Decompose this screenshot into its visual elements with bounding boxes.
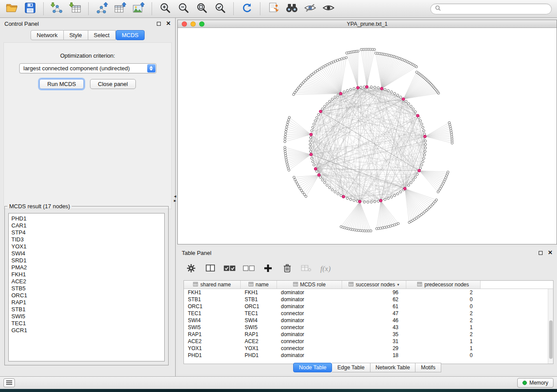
control-panel-header: Control Panel ✕ xyxy=(0,18,175,29)
folder-open-icon xyxy=(6,3,18,15)
tab-node-table[interactable]: Node Table xyxy=(293,363,332,372)
export-network-button[interactable] xyxy=(93,1,110,16)
save-session-button[interactable] xyxy=(22,1,38,16)
column-header-name[interactable]: name xyxy=(241,281,277,289)
table-row[interactable]: YOX1YOX1connector291 xyxy=(184,345,553,352)
table-scrollbar[interactable] xyxy=(548,289,553,364)
close-panel-icon[interactable]: ✕ xyxy=(548,251,553,255)
table-row[interactable]: TEC1TEC1connector472 xyxy=(184,310,553,317)
mcds-node-item[interactable]: TEC1 xyxy=(11,320,164,327)
mcds-node-item[interactable]: ACE2 xyxy=(11,278,164,285)
mcds-node-item[interactable]: YOX1 xyxy=(11,243,164,250)
zoom-out-button[interactable] xyxy=(175,1,192,16)
table-cell: 2 xyxy=(406,331,481,337)
table-cell: dominator xyxy=(277,352,342,358)
plus-icon xyxy=(264,264,272,274)
mcds-node-item[interactable]: PHD1 xyxy=(11,215,164,222)
table-cell: 2 xyxy=(406,317,481,323)
table-settings-button[interactable] xyxy=(183,261,198,276)
table-cell: 46 xyxy=(342,317,406,323)
window-minimize-icon[interactable] xyxy=(190,21,196,27)
duplicate-network-button[interactable] xyxy=(265,1,282,16)
window-zoom-icon[interactable] xyxy=(199,21,204,27)
memory-button[interactable]: Memory xyxy=(517,378,554,388)
table-grid-icon xyxy=(293,282,298,288)
table-row[interactable]: RAP1RAP1dominator352 xyxy=(184,331,553,338)
mcds-node-item[interactable]: SRD1 xyxy=(11,257,164,264)
mcds-node-item[interactable]: SWI4 xyxy=(11,250,164,257)
show-all-button[interactable] xyxy=(320,1,337,16)
mcds-result-list[interactable]: PHD1CAR1STP4TID3YOX1SWI4SRD1PMA2FKH1ACE2… xyxy=(8,213,165,361)
mcds-node-item[interactable]: PMA2 xyxy=(11,264,164,271)
mcds-node-item[interactable]: CAR1 xyxy=(11,222,164,229)
tab-motifs[interactable]: Motifs xyxy=(415,363,441,372)
refresh-layout-button[interactable] xyxy=(239,1,255,16)
select-all-rows-button[interactable] xyxy=(222,261,237,276)
network-canvas[interactable] xyxy=(178,28,557,244)
table-cell: 0 xyxy=(406,296,481,303)
export-table-button[interactable] xyxy=(112,1,128,16)
eye-slash-icon xyxy=(304,3,316,14)
column-header-MCDS-role[interactable]: MCDS role xyxy=(277,281,342,289)
scrollbar-thumb[interactable] xyxy=(549,320,553,359)
zoom-selected-icon xyxy=(214,2,226,15)
zoom-fit-icon xyxy=(196,2,208,15)
table-cell: 43 xyxy=(342,324,406,330)
search-input[interactable] xyxy=(443,5,547,12)
mcds-node-item[interactable]: RAP1 xyxy=(11,299,164,306)
tab-mcds[interactable]: MCDS xyxy=(116,30,145,40)
float-panel-icon[interactable] xyxy=(157,22,161,26)
tab-network-table[interactable]: Network Table xyxy=(370,363,416,372)
tab-select[interactable]: Select xyxy=(88,30,116,40)
collapse-left-icon[interactable]: ◀ xyxy=(174,195,176,198)
panel-menu-button[interactable] xyxy=(3,378,15,387)
column-header-predecessor-nodes[interactable]: predecessor nodes xyxy=(406,281,481,289)
window-close-icon[interactable] xyxy=(182,21,187,27)
tab-network[interactable]: Network xyxy=(31,30,64,40)
import-table-button[interactable] xyxy=(67,1,83,16)
close-panel-icon[interactable]: ✕ xyxy=(166,21,171,26)
column-header-shared-name[interactable]: shared name xyxy=(184,281,241,289)
mcds-node-item[interactable]: STP4 xyxy=(11,229,164,236)
expand-right-icon[interactable]: ▶ xyxy=(174,199,176,202)
table-cell: 29 xyxy=(342,345,406,351)
deselect-all-rows-button[interactable] xyxy=(241,261,256,276)
hide-selected-button[interactable] xyxy=(302,1,318,16)
show-column-button[interactable] xyxy=(203,261,218,276)
table-delete-icon xyxy=(301,265,311,274)
mcds-node-item[interactable]: STB5 xyxy=(11,285,164,292)
mcds-node-item[interactable]: STB1 xyxy=(11,306,164,313)
table-row[interactable]: STB1STB1dominator620 xyxy=(184,296,553,303)
table-row[interactable]: PHD1PHD1dominator180 xyxy=(184,352,553,359)
network-window-titlebar[interactable]: YPA_prune.txt_1 xyxy=(178,20,557,28)
table-row[interactable]: SWI4SWI4dominator462 xyxy=(184,317,553,324)
table-cell: SWI5 xyxy=(184,324,241,330)
delete-column-button[interactable] xyxy=(280,261,294,276)
zoom-fit-button[interactable] xyxy=(194,1,210,16)
import-network-button[interactable] xyxy=(48,1,65,16)
table-row[interactable]: ACE2ACE2connector311 xyxy=(184,338,553,345)
float-panel-icon[interactable] xyxy=(539,251,543,255)
run-mcds-button[interactable]: Run MCDS xyxy=(39,79,84,89)
tab-style[interactable]: Style xyxy=(64,30,88,40)
mcds-node-item[interactable]: GCR1 xyxy=(11,327,164,334)
table-row[interactable]: ORC1ORC1dominator610 xyxy=(184,303,553,310)
close-panel-button[interactable]: Close panel xyxy=(90,79,136,89)
mcds-node-item[interactable]: SWI5 xyxy=(11,313,164,320)
zoom-selected-button[interactable] xyxy=(212,1,228,16)
search-field[interactable] xyxy=(430,3,552,14)
find-button[interactable] xyxy=(284,1,300,16)
mcds-node-item[interactable]: ORC1 xyxy=(11,292,164,299)
criterion-dropdown[interactable]: largest connected component (undirected) xyxy=(19,63,156,73)
export-image-button[interactable] xyxy=(130,1,147,16)
panel-divider-handle[interactable]: ◀ ▶ xyxy=(174,195,176,202)
tab-edge-table[interactable]: Edge Table xyxy=(332,363,370,372)
table-row[interactable]: SWI5SWI5connector431 xyxy=(184,324,553,331)
open-session-button[interactable] xyxy=(3,1,20,16)
create-column-button[interactable] xyxy=(260,261,275,276)
table-row[interactable]: FKH1FKH1dominator962 xyxy=(184,289,553,296)
zoom-in-button[interactable] xyxy=(157,1,173,16)
mcds-node-item[interactable]: TID3 xyxy=(11,236,164,243)
mcds-node-item[interactable]: FKH1 xyxy=(11,271,164,278)
column-header-successor-nodes[interactable]: successor nodes▾ xyxy=(342,281,406,289)
